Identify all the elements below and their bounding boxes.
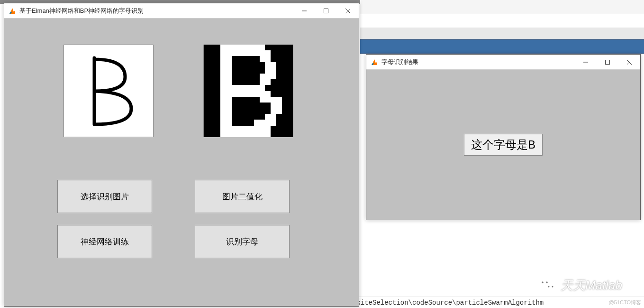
binarize-button[interactable]: 图片二值化	[195, 180, 290, 213]
svg-point-24	[548, 286, 549, 288]
letter-b-drawing	[75, 51, 142, 131]
window-controls	[575, 55, 640, 69]
bg-blue-header	[360, 39, 644, 54]
main-titlebar[interactable]: 基于Elman神经网络和BP神经网络的字母识别	[4, 3, 359, 19]
wechat-text: 天天Matlab	[561, 277, 622, 294]
svg-rect-9	[260, 74, 271, 85]
bg-toolbar-strip	[360, 28, 644, 39]
svg-rect-15	[254, 120, 265, 125]
result-titlebar[interactable]: 字母识别结果	[366, 55, 640, 70]
letter-b-binary-drawing	[204, 45, 293, 137]
matlab-icon	[370, 58, 379, 66]
maximize-button[interactable]	[315, 3, 337, 18]
window-controls	[293, 3, 359, 18]
result-message: 这个字母是B	[464, 134, 543, 156]
svg-point-21	[545, 283, 556, 292]
main-window-title: 基于Elman神经网络和BP神经网络的字母识别	[19, 7, 293, 15]
svg-point-23	[546, 281, 548, 283]
wechat-watermark: 天天Matlab	[538, 276, 622, 295]
svg-rect-7	[260, 50, 271, 62]
maximize-button[interactable]	[597, 55, 618, 69]
recognize-button[interactable]: 识别字母	[195, 225, 290, 258]
result-window: 字母识别结果 这个字母是B	[366, 54, 641, 220]
main-figure-window: 基于Elman神经网络和BP神经网络的字母识别	[4, 3, 359, 307]
matlab-icon	[8, 7, 17, 15]
close-button[interactable]	[618, 55, 640, 69]
train-network-button[interactable]: 神经网络训练	[57, 225, 152, 258]
svg-rect-14	[232, 126, 271, 137]
select-image-button[interactable]: 选择识别图片	[57, 180, 152, 213]
cto-watermark: @51CTO博客	[609, 299, 641, 306]
svg-rect-13	[265, 114, 276, 125]
svg-rect-17	[606, 60, 610, 64]
minimize-button[interactable]	[575, 55, 597, 69]
figure-body: 选择识别图片 图片二值化 神经网络训练 识别字母	[4, 19, 359, 306]
svg-point-25	[552, 286, 553, 288]
binary-image-panel	[203, 45, 293, 137]
result-window-title: 字母识别结果	[381, 58, 575, 66]
svg-rect-1	[324, 9, 328, 13]
wechat-icon	[538, 276, 557, 295]
result-body: 这个字母是B	[366, 70, 640, 220]
original-image-panel	[63, 45, 154, 137]
svg-point-22	[542, 281, 544, 283]
bg-tabs-strip	[360, 0, 644, 14]
minimize-button[interactable]	[293, 3, 315, 18]
close-button[interactable]	[337, 3, 359, 18]
svg-rect-11	[260, 91, 271, 103]
svg-rect-5	[220, 45, 232, 137]
path-bar: _siteSelection\codeSource\particleSwarmA…	[351, 297, 644, 308]
svg-rect-12	[271, 97, 282, 114]
